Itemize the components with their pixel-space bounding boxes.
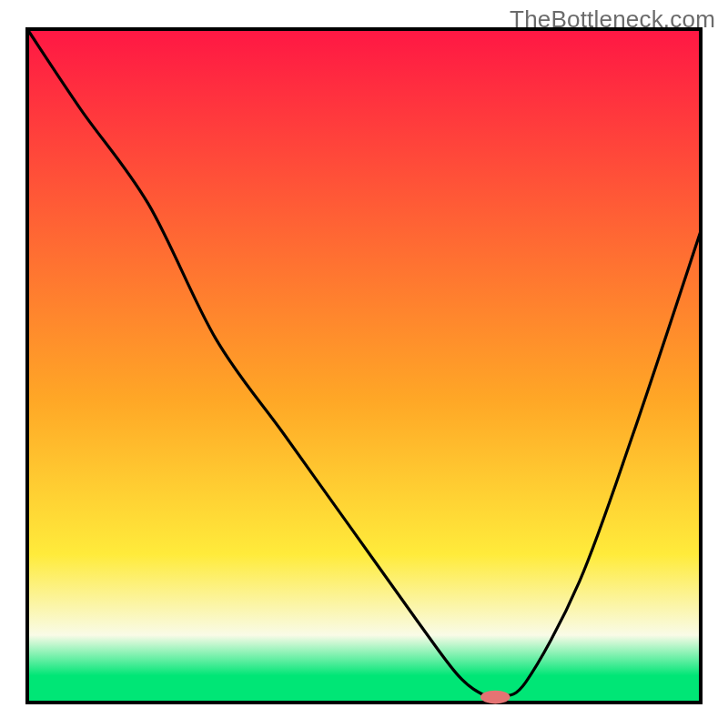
watermark-text: TheBottleneck.com [510,5,715,34]
gradient-background [27,29,701,703]
optimum-marker [480,691,511,704]
chart-container: TheBottleneck.com [0,0,728,728]
chart-svg [0,0,728,728]
